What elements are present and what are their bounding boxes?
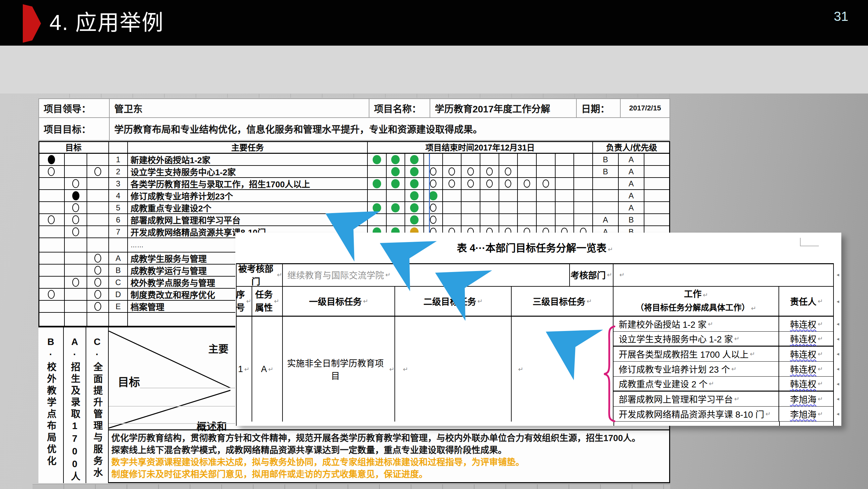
work-item-text: 部署成教网上管理和学习平台 xyxy=(619,393,733,405)
overlay-title: 表 4···本部门目标任务分解一览表↵ xyxy=(236,240,834,257)
summary-line-4: 制度修订未及时征求相关部门意见，拟用邮件或走访的方式收集意见，保证进度。 xyxy=(111,468,670,481)
pilcrow-mark: ↵ xyxy=(274,295,279,308)
owner-name: 韩连权 xyxy=(790,377,816,390)
pilcrow-mark: ↵ xyxy=(818,320,823,328)
owner-name: 韩连权 xyxy=(790,348,816,360)
pilcrow-mark: ↵ xyxy=(246,295,252,308)
header-seq-text: 序 号 xyxy=(236,288,245,314)
seq-cell: 1↵ xyxy=(236,317,252,422)
grid-header-row: 目标 主要任务 项目结束时间2017年12月31日 负责人/优先级 xyxy=(38,141,670,154)
grid-ticks-top xyxy=(38,94,670,98)
header-task: 主要任务 xyxy=(128,141,368,153)
pilcrow-mark: ↵ xyxy=(818,410,823,418)
goal-column-c-text: C·全面提升管理与服务水 xyxy=(91,327,104,483)
owner-name: 李旭海 xyxy=(790,393,816,405)
pilcrow-mark: ↵ xyxy=(731,365,737,373)
header-work-line2: （将目标任务分解成具体工作）↵ xyxy=(636,301,756,315)
work-row: 开展各类型成教招生 1700 人以上↵韩连权↵ xyxy=(614,347,834,362)
assessor-dept-label: 考核部门↵ xyxy=(570,263,614,286)
row-end-mark: ◄ xyxy=(836,411,840,416)
pilcrow-mark: ↵ xyxy=(708,320,713,328)
header-level1-text: 一级目标任务 xyxy=(309,295,362,308)
work-owner: 韩连权↵ xyxy=(779,347,834,361)
pilcrow-mark: ↵ xyxy=(619,271,625,279)
header-work: 工作↵ （将目标任务分解成具体工作）↵ xyxy=(614,287,779,316)
header-work-line1: 工作↵ xyxy=(684,288,708,301)
date-value: 2017/2/15 xyxy=(621,99,670,117)
row-end-mark: ◄ xyxy=(836,351,840,356)
assessed-dept-value-text: 继续教育与国际交流学院 xyxy=(287,268,384,281)
pilcrow-mark: ↵ xyxy=(389,366,395,373)
project-goal-value: 学历教育布局和专业结构优化，信息化服务和管理水平提升，专业和资源建设取得成果。 xyxy=(110,117,670,140)
pilcrow-mark: ↵ xyxy=(518,366,523,373)
date-label: 日期： xyxy=(577,99,621,117)
pilcrow-mark: ↵ xyxy=(734,335,739,342)
pilcrow-mark: ↵ xyxy=(750,350,755,358)
pilcrow-mark: ↵ xyxy=(818,365,823,373)
assessor-dept-value: ↵ xyxy=(614,263,834,286)
summary-line-3: 数字共享资源课程建设标准未达成，拟与教务处协同，成立专家组推进标准建设和过程指导… xyxy=(111,456,670,468)
pilcrow-mark: ↵ xyxy=(587,297,592,305)
goal-column-b: B·校外教学点布局优化 xyxy=(38,327,64,483)
header-work-line1-text: 工作 xyxy=(684,289,702,299)
attr-cell: A↵ xyxy=(252,317,283,422)
header-owner-col: 责任人↵ xyxy=(779,287,834,316)
pilcrow-mark: ↵ xyxy=(403,366,408,373)
owner-name: 韩连权 xyxy=(790,318,816,330)
level2-cell: ↵ xyxy=(395,317,512,422)
project-name-value: 学历教育2017年度工作分解 xyxy=(430,99,577,117)
level1-cell: 实施非全日制学历教育项目↵ xyxy=(283,317,395,422)
summary-box: 优化学历教育结构，贯彻教育方针和文件精神，规范开展各类学历教育教学和管理，与校内… xyxy=(109,429,670,483)
pilcrow-mark: ↵ xyxy=(818,395,823,403)
project-leader-value: 管卫东 xyxy=(110,99,369,117)
header-owner-text: 责任人 xyxy=(790,295,816,308)
work-rows: 新建校外函授站 1-2 家↵韩连权↵设立学生支持服务中心 1-2 家↵韩连权↵开… xyxy=(614,317,834,422)
work-item: 部署成教网上管理和学习平台↵ xyxy=(614,392,779,406)
project-info-row: 项目领导： 管卫东 项目名称： 学历教育2017年度工作分解 日期： 2017/… xyxy=(38,98,670,118)
overlay-body-row: 1↵ A↵ 实施非全日制学历教育项目↵ ↵ ↵ 新建校外函授站 1-2 家↵韩连… xyxy=(236,317,834,422)
work-item-text: 新建校外函授站 1-2 家 xyxy=(619,318,707,330)
work-row: 设立学生支持服务中心 1-2 家↵韩连权↵ xyxy=(614,332,834,347)
header-index xyxy=(109,141,128,153)
current-date-marker xyxy=(429,154,430,233)
pilcrow-mark: ↵ xyxy=(751,305,756,312)
work-item-text: 修订成教专业培养计划 23 个 xyxy=(619,363,730,375)
owner-name: 韩连权 xyxy=(790,363,816,375)
accent-arrow-icon xyxy=(23,4,41,43)
overlay-title-text: 表 4···本部门目标任务分解一览表 xyxy=(457,242,607,254)
work-item: 新建校外函授站 1-2 家↵ xyxy=(614,317,779,331)
owner-name: 韩连权 xyxy=(790,332,816,345)
work-item: 成教重点专业建设 2 个↵ xyxy=(614,377,779,391)
header-timeline: 项目结束时间2017年12月31日 xyxy=(368,141,593,153)
pilcrow-mark: ↵ xyxy=(818,335,823,342)
pilcrow-mark: ↵ xyxy=(477,297,483,305)
work-row: 修订成教专业培养计划 23 个↵韩连权↵ xyxy=(614,362,834,377)
work-item-text: 开展各类型成教招生 1700 人以上 xyxy=(619,348,749,360)
work-owner: 韩连权↵ xyxy=(779,332,834,346)
header-attr: 任务 属性↵ xyxy=(252,287,283,316)
goal-column-a: A·招生及录取1700人 xyxy=(64,327,86,483)
work-item-text: 成教重点专业建设 2 个 xyxy=(619,377,708,390)
row-end-mark: ◄ xyxy=(836,381,840,386)
pilcrow-mark: ↵ xyxy=(277,271,282,279)
row-end-mark: ◄ xyxy=(836,367,840,371)
project-leader-label: 项目领导： xyxy=(39,99,110,117)
work-row: 部署成教网上管理和学习平台↵李旭海↵ xyxy=(614,392,834,407)
header-level3-text: 三级目标任务 xyxy=(533,295,586,308)
slide-title: 4. 应用举例 xyxy=(50,0,164,46)
row-end-mark: ◄ xyxy=(836,397,840,401)
pilcrow-mark: ↵ xyxy=(607,271,612,279)
project-goal-label: 项目目标： xyxy=(39,117,110,140)
work-owner: 韩连权↵ xyxy=(779,362,834,376)
overlay-header-row: 序 号↵ 任务 属性↵ 一级目标任务↵ 二级目标任务↵ 三级目标任务↵ 工作↵ … xyxy=(236,287,834,317)
pilcrow-mark: ↵ xyxy=(363,297,368,305)
summary-line-1: 优化学历教育结构，贯彻教育方针和文件精神，规范开展各类学历教育教学和管理，与校内… xyxy=(111,432,670,444)
row-end-mark: ◄ xyxy=(836,321,840,326)
header-owner: 负责人/优先级 xyxy=(593,141,670,153)
title-bar: 4. 应用举例 31 xyxy=(0,0,868,46)
level1-value: 实施非全日制学历教育项目 xyxy=(283,356,388,382)
pilcrow-mark: ↵ xyxy=(734,395,739,403)
goal-column-c: C·全面提升管理与服务水 xyxy=(86,327,109,483)
project-goal-row: 项目目标： 学历教育布局和专业结构优化，信息化服务和管理水平提升，专业和资源建设… xyxy=(38,117,670,141)
department-task-table-overlay: 表 4···本部门目标任务分解一览表↵ 被考核部门↵ 继续教育与国际交流学院↵ … xyxy=(235,233,841,426)
